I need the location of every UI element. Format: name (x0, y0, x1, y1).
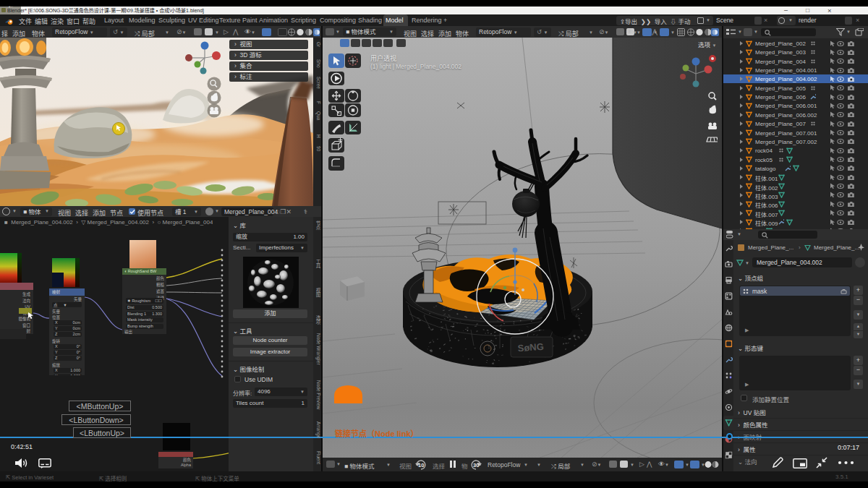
svg-text:SøNG: SøNG (517, 341, 544, 354)
